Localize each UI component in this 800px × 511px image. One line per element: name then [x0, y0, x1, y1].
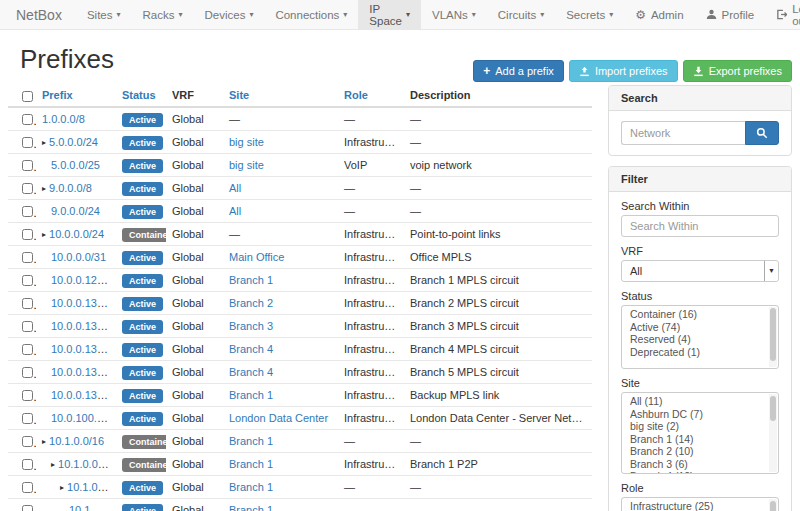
- prefix-link[interactable]: 10.1.0.0/26: [69, 504, 116, 511]
- nav-item-circuits[interactable]: Circuits▾: [487, 0, 555, 29]
- prefix-link[interactable]: 10.0.0.130/31: [51, 297, 116, 309]
- nav-item-devices[interactable]: Devices▾: [193, 0, 264, 29]
- col-header-site[interactable]: Site: [223, 85, 338, 107]
- site-listbox[interactable]: All (11)Ashburn DC (7)big site (2)Branch…: [621, 392, 779, 474]
- listbox-option[interactable]: Infrastructure (25): [622, 501, 768, 511]
- site-link[interactable]: Branch 4: [229, 343, 273, 355]
- expand-arrow-icon[interactable]: ▸: [51, 460, 55, 469]
- listbox-option[interactable]: Container (16): [622, 309, 768, 321]
- expand-arrow-icon[interactable]: ▸: [42, 184, 46, 193]
- site-link[interactable]: Branch 1: [229, 389, 273, 401]
- nav-item-secrets[interactable]: Secrets▾: [555, 0, 624, 29]
- vrf-select[interactable]: All ▼: [621, 260, 779, 282]
- site-link[interactable]: All: [229, 205, 241, 217]
- row-checkbox[interactable]: [22, 160, 33, 171]
- prefix-link[interactable]: 10.0.0.0/31: [51, 251, 106, 263]
- prefix-link[interactable]: 10.0.0.128/31: [51, 274, 116, 286]
- prefix-link[interactable]: 10.0.0.138/31: [51, 389, 116, 401]
- search-within-input[interactable]: [621, 215, 779, 237]
- row-checkbox[interactable]: [22, 459, 33, 470]
- site-link[interactable]: Branch 3: [229, 320, 273, 332]
- site-link[interactable]: All: [229, 182, 241, 194]
- expand-arrow-icon[interactable]: ▸: [42, 138, 46, 147]
- row-checkbox[interactable]: [22, 275, 33, 286]
- listbox-option[interactable]: Reserved (4): [622, 334, 768, 346]
- select-all-checkbox[interactable]: [22, 91, 33, 102]
- prefix-link[interactable]: 10.1.0.0/25: [67, 481, 116, 493]
- row-checkbox[interactable]: [22, 390, 33, 401]
- site-link[interactable]: Branch 1: [229, 481, 273, 493]
- brand[interactable]: NetBox: [0, 0, 76, 29]
- prefix-link[interactable]: 10.0.0.0/24: [49, 228, 104, 240]
- listbox-option[interactable]: Ashburn DC (7): [622, 409, 768, 421]
- listbox-option[interactable]: Branch 3 (6): [622, 459, 768, 471]
- prefix-link[interactable]: 10.1.0.0/16: [49, 435, 104, 447]
- row-checkbox[interactable]: [22, 114, 33, 125]
- search-button[interactable]: [745, 121, 779, 145]
- site-link[interactable]: Branch 4: [229, 366, 273, 378]
- listbox-option[interactable]: Active (74): [622, 322, 768, 334]
- site-link[interactable]: Branch 1: [229, 435, 273, 447]
- expand-arrow-icon[interactable]: ▸: [42, 230, 46, 239]
- prefix-link[interactable]: 1.0.0.0/8: [42, 113, 85, 125]
- scrollbar-track[interactable]: [769, 394, 777, 472]
- nav-item-ip-space[interactable]: IP Space▾: [358, 0, 421, 29]
- role-listbox[interactable]: Infrastructure (25)Management (8)Private…: [621, 497, 779, 511]
- import-prefixes-button[interactable]: Import prefixes: [569, 60, 678, 82]
- prefix-link[interactable]: 10.0.0.136/31: [51, 366, 116, 378]
- expand-arrow-icon[interactable]: ▸: [60, 483, 64, 492]
- site-link[interactable]: London Data Center: [229, 412, 328, 424]
- nav-item-logout[interactable]: Log out: [765, 0, 800, 29]
- scrollbar-track[interactable]: [769, 499, 777, 511]
- listbox-option[interactable]: big site (2): [622, 421, 768, 433]
- row-checkbox[interactable]: [22, 183, 33, 194]
- prefix-link[interactable]: 10.0.100.0/24: [51, 412, 116, 424]
- row-checkbox[interactable]: [22, 321, 33, 332]
- site-link[interactable]: Branch 1: [229, 274, 273, 286]
- scrollbar-thumb[interactable]: [770, 396, 776, 421]
- col-header-role[interactable]: Role: [338, 85, 404, 107]
- nav-item-connections[interactable]: Connections▾: [264, 0, 358, 29]
- scrollbar-thumb[interactable]: [770, 501, 776, 511]
- status-listbox[interactable]: Container (16)Active (74)Reserved (4)Dep…: [621, 305, 779, 369]
- export-prefixes-button[interactable]: Export prefixes: [683, 60, 792, 82]
- prefix-link[interactable]: 10.1.0.0/24: [58, 458, 113, 470]
- search-input[interactable]: [621, 121, 745, 145]
- expand-arrow-icon[interactable]: ▸: [42, 437, 46, 446]
- prefix-link[interactable]: 5.0.0.0/24: [49, 136, 98, 148]
- site-link[interactable]: big site: [229, 159, 264, 171]
- row-checkbox[interactable]: [22, 298, 33, 309]
- row-checkbox[interactable]: [22, 206, 33, 217]
- row-checkbox[interactable]: [22, 252, 33, 263]
- prefix-link[interactable]: 10.0.0.134/31: [51, 343, 116, 355]
- row-checkbox[interactable]: [22, 367, 33, 378]
- prefix-link[interactable]: 9.0.0.0/8: [49, 182, 92, 194]
- scrollbar-track[interactable]: [769, 307, 777, 367]
- prefix-link[interactable]: 5.0.0.0/25: [51, 159, 100, 171]
- site-link[interactable]: Branch 2: [229, 297, 273, 309]
- prefix-link[interactable]: 10.0.0.132/31: [51, 320, 116, 332]
- listbox-option[interactable]: Branch 2 (10): [622, 446, 768, 458]
- row-checkbox[interactable]: [22, 505, 33, 511]
- listbox-option[interactable]: Branch 4 (12): [622, 471, 768, 474]
- site-link[interactable]: big site: [229, 136, 264, 148]
- nav-item-sites[interactable]: Sites▾: [76, 0, 132, 29]
- add-prefix-button[interactable]: + Add a prefix: [473, 60, 564, 82]
- listbox-option[interactable]: Deprecated (1): [622, 347, 768, 359]
- row-checkbox[interactable]: [22, 229, 33, 240]
- prefix-link[interactable]: 9.0.0.0/24: [51, 205, 100, 217]
- row-checkbox[interactable]: [22, 137, 33, 148]
- row-checkbox[interactable]: [22, 482, 33, 493]
- nav-item-racks[interactable]: Racks▾: [132, 0, 194, 29]
- col-header-status[interactable]: Status: [116, 85, 166, 107]
- nav-item-profile[interactable]: Profile: [695, 0, 766, 29]
- listbox-option[interactable]: All (11): [622, 396, 768, 408]
- scrollbar-thumb[interactable]: [770, 308, 776, 361]
- nav-item-admin[interactable]: ⚙ Admin: [624, 0, 694, 29]
- site-link[interactable]: Main Office: [229, 251, 284, 263]
- listbox-option[interactable]: Branch 1 (14): [622, 434, 768, 446]
- site-link[interactable]: Branch 1: [229, 458, 273, 470]
- col-header-prefix[interactable]: Prefix: [36, 85, 116, 107]
- row-checkbox[interactable]: [22, 436, 33, 447]
- site-link[interactable]: Branch 1: [229, 504, 273, 511]
